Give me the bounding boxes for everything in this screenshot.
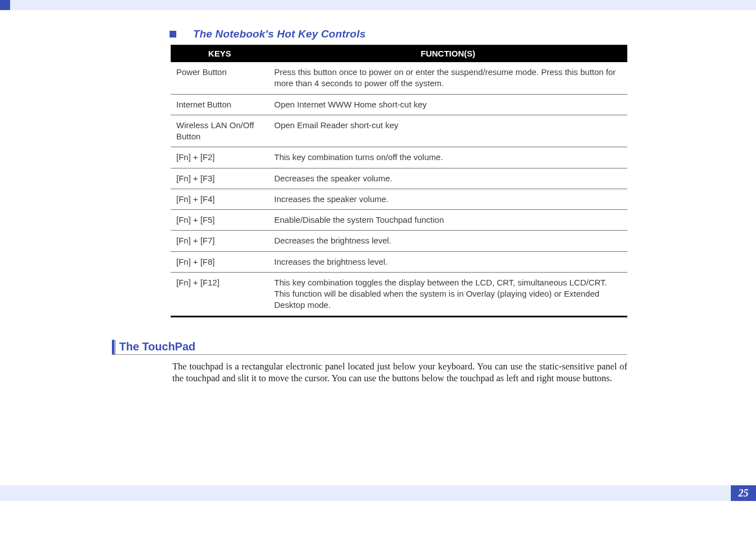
table-row: Wireless LAN On/Off Button Open Email Re… bbox=[171, 115, 627, 147]
header-function: FUNCTION(S) bbox=[269, 46, 627, 62]
cell-key: Internet Button bbox=[171, 94, 269, 115]
cell-key: [Fn] + [F2] bbox=[171, 147, 269, 168]
top-accent-square bbox=[0, 0, 10, 10]
cell-key: Power Button bbox=[171, 62, 269, 95]
section-title: The Notebook's Hot Key Controls bbox=[193, 28, 365, 40]
touchpad-body: The touchpad is a rectangular electronic… bbox=[172, 360, 627, 385]
footer-bar: 25 bbox=[0, 485, 756, 501]
cell-key: [Fn] + [F4] bbox=[171, 189, 269, 209]
table-row: [Fn] + [F8] Increases the brightness lev… bbox=[171, 251, 627, 272]
heading-bar-icon bbox=[112, 340, 116, 354]
touchpad-heading-row: The TouchPad bbox=[112, 340, 627, 355]
cell-func: Decreases the brightness level. bbox=[269, 231, 627, 251]
cell-func: Press this button once to power on or en… bbox=[269, 62, 627, 95]
table-row: [Fn] + [F4] Increases the speaker volume… bbox=[171, 189, 627, 209]
top-accent-bar bbox=[0, 0, 756, 10]
section-heading: The Notebook's Hot Key Controls bbox=[170, 28, 627, 40]
cell-func: Open Internet WWW Home short-cut key bbox=[269, 94, 627, 115]
cell-func: This key combination toggles the display… bbox=[269, 272, 627, 316]
table-row: [Fn] + [F2] This key combination turns o… bbox=[171, 147, 627, 168]
cell-func: Enable/Disable the system Touchpad funct… bbox=[269, 210, 627, 231]
table-row: [Fn] + [F3] Decreases the speaker volume… bbox=[171, 168, 627, 189]
table-row: Internet Button Open Internet WWW Home s… bbox=[171, 94, 627, 115]
table-row: [Fn] + [F7] Decreases the brightness lev… bbox=[171, 231, 627, 251]
touchpad-section: The TouchPad The touchpad is a rectangul… bbox=[112, 340, 627, 385]
cell-func: Decreases the speaker volume. bbox=[269, 168, 627, 189]
header-keys: KEYS bbox=[171, 46, 269, 62]
cell-key: [Fn] + [F5] bbox=[171, 210, 269, 231]
page-number: 25 bbox=[731, 485, 756, 501]
cell-key: [Fn] + [F8] bbox=[171, 251, 269, 272]
cell-func: Increases the speaker volume. bbox=[269, 189, 627, 209]
cell-key: Wireless LAN On/Off Button bbox=[171, 115, 269, 147]
cell-func: Open Email Reader short-cut key bbox=[269, 115, 627, 147]
table-row: [Fn] + [F5] Enable/Disable the system To… bbox=[171, 210, 627, 231]
touchpad-title: The TouchPad bbox=[119, 340, 195, 354]
cell-key: [Fn] + [F3] bbox=[171, 168, 269, 189]
main-content: The Notebook's Hot Key Controls KEYS FUN… bbox=[0, 10, 756, 317]
cell-func: Increases the brightness level. bbox=[269, 251, 627, 272]
cell-func: This key combination turns on/off the vo… bbox=[269, 147, 627, 168]
table-row: [Fn] + [F12] This key combination toggle… bbox=[171, 272, 627, 316]
table-row: Power Button Press this button once to p… bbox=[171, 62, 627, 95]
table-header-row: KEYS FUNCTION(S) bbox=[171, 46, 627, 62]
cell-key: [Fn] + [F7] bbox=[171, 231, 269, 251]
cell-key: [Fn] + [F12] bbox=[171, 272, 269, 316]
square-bullet-icon bbox=[170, 31, 176, 38]
hotkeys-table: KEYS FUNCTION(S) Power Button Press this… bbox=[171, 45, 627, 317]
